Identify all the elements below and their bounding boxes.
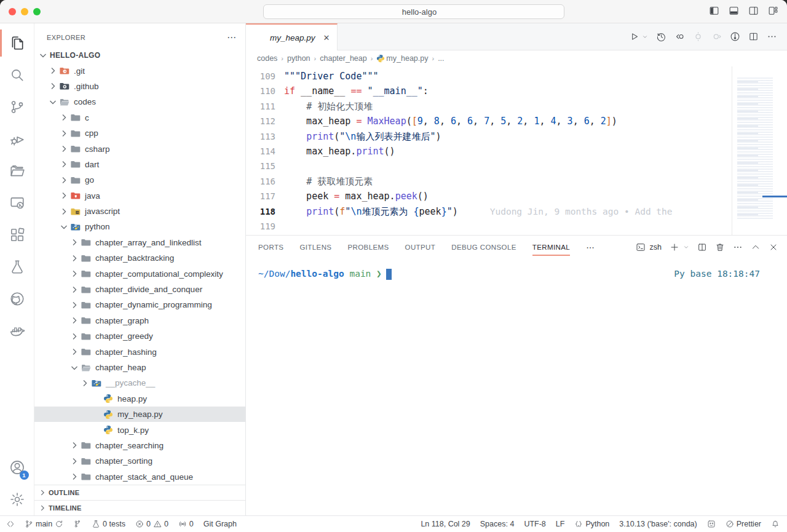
run-icon[interactable] (629, 31, 639, 42)
chevron-right-icon[interactable] (59, 113, 69, 122)
next-change-icon[interactable] (711, 31, 722, 42)
chevron-right-icon[interactable] (59, 129, 69, 138)
minimize-window-button[interactable] (21, 8, 28, 15)
breadcrumb-my_heappy[interactable]: my_heap.py (376, 54, 428, 63)
panel-tab-output[interactable]: OUTPUT (405, 236, 436, 259)
tree-item-chapter_sorting[interactable]: chapter_sorting (34, 453, 245, 469)
chevron-up-icon[interactable] (751, 242, 761, 252)
tree-item-javascript[interactable]: JSjavascript (34, 204, 245, 219)
close-icon[interactable] (769, 242, 778, 252)
chevron-right-icon[interactable] (69, 316, 79, 325)
status-right-3-10-13-base-conda[interactable]: 3.10.13 ('base': conda) (619, 520, 697, 528)
chevron-down-icon[interactable] (48, 97, 58, 107)
split-editor-icon[interactable] (748, 31, 759, 42)
status-right-ln-118-col-29[interactable]: Ln 118, Col 29 (421, 520, 470, 528)
tree-item-my_heap.py[interactable]: my_heap.py (34, 407, 245, 422)
chevron-right-icon[interactable] (69, 440, 79, 450)
tree-item-c[interactable]: c (34, 110, 245, 125)
activity-account[interactable]: 1 (3, 451, 31, 483)
tree-item-codes[interactable]: codes (34, 94, 245, 109)
status-right-lf[interactable]: LF (556, 520, 565, 528)
status-right-spaces-4[interactable]: Spaces: 4 (480, 520, 515, 528)
terminal[interactable]: ~/Dow/hello-algo main ❯ Py base 18:18:47 (246, 259, 787, 515)
tab-close-icon[interactable]: ✕ (323, 33, 330, 42)
tree-item-chapter_divide_and_conquer[interactable]: chapter_divide_and_conquer (34, 282, 245, 297)
activity-extensions[interactable] (3, 219, 31, 251)
tree-item-heap.py[interactable]: heap.py (34, 391, 245, 407)
gitlens-graph-icon[interactable] (730, 31, 740, 42)
chevron-right-icon[interactable] (69, 472, 79, 482)
chevron-right-icon[interactable] (69, 332, 79, 341)
minimap[interactable] (732, 66, 787, 235)
maximize-window-button[interactable] (33, 8, 41, 15)
chevron-down-icon[interactable] (38, 50, 48, 60)
status-left-gitlens-branch[interactable] (73, 520, 82, 528)
chevron-right-icon[interactable] (69, 300, 79, 310)
tree-item-__pycache__[interactable]: __pycache__ (34, 375, 245, 391)
section-timeline[interactable]: TIMELINE (34, 500, 245, 515)
code-line-112[interactable]: 112 max_heap = MaxHeap([9, 8, 6, 6, 7, 5… (246, 114, 732, 129)
code-line-110[interactable]: 110if __name__ == "__main__": (246, 84, 732, 98)
chevron-down-icon[interactable] (59, 222, 69, 232)
chevron-right-icon[interactable] (48, 81, 58, 91)
tree-item-top_k.py[interactable]: top_k.py (34, 422, 245, 437)
status-left-beaker-0-tests[interactable]: 0 tests (92, 520, 125, 528)
status-right-feedback[interactable] (707, 520, 716, 528)
status-right-bell[interactable] (771, 520, 780, 528)
breadcrumb-python[interactable]: python (287, 54, 310, 63)
panel-more-tabs-icon[interactable]: ⋯ (586, 242, 595, 252)
open-changes-icon[interactable] (674, 31, 685, 42)
status-left-error-circle-0-warning-0[interactable]: 00 (135, 520, 168, 528)
activity-github[interactable] (3, 283, 31, 315)
chevron-right-icon[interactable] (59, 175, 69, 185)
prev-change-icon[interactable] (693, 31, 703, 42)
close-window-button[interactable] (9, 8, 16, 15)
code-line-113[interactable]: 113 print("\n输入列表并建堆后") (246, 129, 732, 144)
activity-remote-explorer[interactable] (3, 187, 31, 219)
panel-tab-gitlens[interactable]: GITLENS (299, 236, 331, 259)
chevron-right-icon[interactable] (69, 456, 79, 466)
panel-tab-debug-console[interactable]: DEBUG CONSOLE (451, 236, 516, 259)
command-center-search[interactable]: hello-algo (263, 4, 564, 19)
chevron-right-icon[interactable] (69, 285, 79, 295)
tree-item-python[interactable]: python (34, 219, 245, 234)
tree-item-chapter_dynamic_programming[interactable]: chapter_dynamic_programming (34, 297, 245, 312)
code-line-118[interactable]: 118 print(f"\n堆顶元素为 {peek}")Yudong Jin, … (246, 204, 732, 219)
toggle-panel-icon[interactable] (729, 6, 739, 16)
tree-item-chapter_greedy[interactable]: chapter_greedy (34, 328, 245, 344)
code-line-117[interactable]: 117 peek = max_heap.peek() (246, 189, 732, 204)
section-outline[interactable]: OUTLINE (34, 485, 245, 500)
status-left-broadcast-0[interactable]: 0 (178, 520, 194, 528)
status-right-lang-mode-python[interactable]: Python (574, 520, 609, 528)
shell-label[interactable]: zsh (650, 243, 662, 252)
code-editor[interactable]: 109"""Driver Code"""110if __name__ == "_… (246, 66, 787, 235)
back-icon[interactable] (225, 5, 236, 16)
activity-settings-gear[interactable] (3, 483, 31, 515)
tree-item-go[interactable]: go (34, 172, 245, 188)
tree-item-chapter_hashing[interactable]: chapter_hashing (34, 344, 245, 359)
code-line-111[interactable]: 111 # 初始化大顶堆 (246, 99, 732, 114)
status-left-git-branch-main-sync[interactable]: main (25, 520, 63, 528)
chevron-right-icon[interactable] (69, 269, 79, 279)
tree-item-cpp[interactable]: cpp (34, 125, 245, 141)
tree-item-chapter_heap[interactable]: chapter_heap (34, 360, 245, 375)
chevron-right-icon[interactable] (59, 207, 69, 216)
tree-item-chapter_computational_complexity[interactable]: chapter_computational_complexity (34, 266, 245, 281)
code-line-115[interactable]: 115 (246, 159, 732, 173)
tree-item-chapter_stack_and_queue[interactable]: chapter_stack_and_queue (34, 469, 245, 485)
toggle-secondary-sidebar-icon[interactable] (748, 6, 759, 16)
code-line-114[interactable]: 114 max_heap.print() (246, 144, 732, 159)
status-left-git-graph[interactable]: Git Graph (204, 520, 237, 528)
status-left-remote[interactable] (6, 520, 15, 528)
activity-search[interactable] (3, 59, 31, 91)
tree-item-HELLO-ALGO[interactable]: HELLO-ALGO (34, 47, 245, 63)
trash-icon[interactable] (715, 242, 725, 252)
chevron-right-icon[interactable] (48, 66, 58, 76)
activity-docker[interactable] (3, 315, 31, 347)
chevron-right-icon[interactable] (59, 159, 69, 169)
tree-item-chapter_searching[interactable]: chapter_searching (34, 438, 245, 453)
plus-icon[interactable] (670, 242, 679, 252)
status-right-prettier-prettier[interactable]: Prettier (726, 520, 761, 528)
chevron-right-icon[interactable] (69, 253, 79, 263)
chevron-right-icon[interactable] (59, 191, 69, 200)
